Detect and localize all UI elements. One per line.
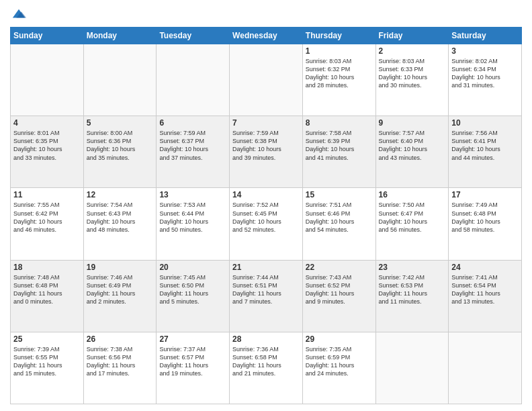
day-info: Sunrise: 7:52 AM Sunset: 6:45 PM Dayligh… xyxy=(232,201,300,234)
day-number: 23 xyxy=(379,263,446,272)
day-info: Sunrise: 7:55 AM Sunset: 6:42 PM Dayligh… xyxy=(13,201,81,234)
day-info: Sunrise: 7:59 AM Sunset: 6:38 PM Dayligh… xyxy=(232,129,300,162)
calendar-cell: 10Sunrise: 7:56 AM Sunset: 6:41 PM Dayli… xyxy=(449,116,522,188)
calendar-cell: 15Sunrise: 7:51 AM Sunset: 6:46 PM Dayli… xyxy=(302,188,375,260)
calendar-cell: 17Sunrise: 7:49 AM Sunset: 6:48 PM Dayli… xyxy=(449,188,522,260)
day-number: 15 xyxy=(306,190,373,199)
calendar-cell: 14Sunrise: 7:52 AM Sunset: 6:45 PM Dayli… xyxy=(230,188,303,260)
calendar-header-tuesday: Tuesday xyxy=(157,28,230,44)
calendar-cell xyxy=(230,44,303,116)
day-number: 28 xyxy=(232,334,300,344)
calendar-cell: 9Sunrise: 7:57 AM Sunset: 6:40 PM Daylig… xyxy=(375,116,449,188)
day-info: Sunrise: 7:37 AM Sunset: 6:57 PM Dayligh… xyxy=(159,345,226,378)
calendar-cell: 11Sunrise: 7:55 AM Sunset: 6:42 PM Dayli… xyxy=(11,188,84,260)
day-number: 3 xyxy=(451,46,519,56)
day-info: Sunrise: 8:03 AM Sunset: 6:33 PM Dayligh… xyxy=(379,57,446,90)
day-info: Sunrise: 7:49 AM Sunset: 6:48 PM Dayligh… xyxy=(451,201,519,234)
day-info: Sunrise: 7:59 AM Sunset: 6:37 PM Dayligh… xyxy=(159,129,226,162)
calendar-header-monday: Monday xyxy=(83,28,157,44)
calendar-cell: 7Sunrise: 7:59 AM Sunset: 6:38 PM Daylig… xyxy=(230,116,303,188)
logo xyxy=(10,9,26,21)
day-info: Sunrise: 7:57 AM Sunset: 6:40 PM Dayligh… xyxy=(379,129,446,162)
day-number: 8 xyxy=(306,118,373,128)
calendar-week-2: 4Sunrise: 8:01 AM Sunset: 6:35 PM Daylig… xyxy=(11,116,522,188)
day-info: Sunrise: 7:36 AM Sunset: 6:58 PM Dayligh… xyxy=(232,345,300,378)
calendar-cell: 19Sunrise: 7:46 AM Sunset: 6:49 PM Dayli… xyxy=(83,260,157,332)
day-info: Sunrise: 7:35 AM Sunset: 6:59 PM Dayligh… xyxy=(306,345,373,378)
calendar-cell xyxy=(375,332,449,404)
calendar-cell xyxy=(449,332,522,404)
calendar-week-3: 11Sunrise: 7:55 AM Sunset: 6:42 PM Dayli… xyxy=(11,188,522,260)
day-info: Sunrise: 7:58 AM Sunset: 6:39 PM Dayligh… xyxy=(306,129,373,162)
calendar-cell: 23Sunrise: 7:42 AM Sunset: 6:53 PM Dayli… xyxy=(375,260,449,332)
day-number: 17 xyxy=(451,190,519,199)
calendar-cell: 12Sunrise: 7:54 AM Sunset: 6:43 PM Dayli… xyxy=(83,188,157,260)
calendar-cell: 8Sunrise: 7:58 AM Sunset: 6:39 PM Daylig… xyxy=(302,116,375,188)
calendar-cell: 2Sunrise: 8:03 AM Sunset: 6:33 PM Daylig… xyxy=(375,44,449,116)
calendar-cell xyxy=(83,44,157,116)
calendar-cell: 21Sunrise: 7:44 AM Sunset: 6:51 PM Dayli… xyxy=(230,260,303,332)
day-info: Sunrise: 7:38 AM Sunset: 6:56 PM Dayligh… xyxy=(87,345,154,378)
day-number: 12 xyxy=(87,190,154,199)
day-number: 4 xyxy=(13,118,81,128)
day-info: Sunrise: 7:50 AM Sunset: 6:47 PM Dayligh… xyxy=(379,201,446,234)
day-number: 29 xyxy=(306,334,373,344)
day-number: 10 xyxy=(451,118,519,128)
day-number: 21 xyxy=(232,263,300,272)
day-info: Sunrise: 7:54 AM Sunset: 6:43 PM Dayligh… xyxy=(87,201,154,234)
calendar-cell: 25Sunrise: 7:39 AM Sunset: 6:55 PM Dayli… xyxy=(11,332,84,404)
day-number: 13 xyxy=(159,190,226,199)
day-info: Sunrise: 7:56 AM Sunset: 6:41 PM Dayligh… xyxy=(451,129,519,162)
calendar-cell: 13Sunrise: 7:53 AM Sunset: 6:44 PM Dayli… xyxy=(157,188,230,260)
day-number: 14 xyxy=(232,190,300,199)
day-number: 6 xyxy=(159,118,226,128)
calendar-week-4: 18Sunrise: 7:48 AM Sunset: 6:48 PM Dayli… xyxy=(11,260,522,332)
day-info: Sunrise: 7:53 AM Sunset: 6:44 PM Dayligh… xyxy=(159,201,226,234)
day-info: Sunrise: 7:44 AM Sunset: 6:51 PM Dayligh… xyxy=(232,273,300,306)
day-number: 1 xyxy=(306,46,373,56)
day-info: Sunrise: 8:03 AM Sunset: 6:32 PM Dayligh… xyxy=(306,57,373,90)
calendar-cell: 6Sunrise: 7:59 AM Sunset: 6:37 PM Daylig… xyxy=(157,116,230,188)
calendar-cell: 29Sunrise: 7:35 AM Sunset: 6:59 PM Dayli… xyxy=(302,332,375,404)
calendar-cell: 18Sunrise: 7:48 AM Sunset: 6:48 PM Dayli… xyxy=(11,260,84,332)
day-info: Sunrise: 8:01 AM Sunset: 6:35 PM Dayligh… xyxy=(13,129,81,162)
day-number: 26 xyxy=(87,334,154,344)
day-number: 9 xyxy=(379,118,446,128)
calendar-cell: 1Sunrise: 8:03 AM Sunset: 6:32 PM Daylig… xyxy=(302,44,375,116)
day-number: 25 xyxy=(13,334,81,344)
day-number: 7 xyxy=(232,118,300,128)
calendar-header-saturday: Saturday xyxy=(449,28,522,44)
calendar-header-friday: Friday xyxy=(375,28,449,44)
header xyxy=(10,7,522,21)
day-number: 18 xyxy=(13,263,81,272)
calendar-table: SundayMondayTuesdayWednesdayThursdayFrid… xyxy=(10,27,522,404)
day-number: 22 xyxy=(306,263,373,272)
calendar-cell: 22Sunrise: 7:43 AM Sunset: 6:52 PM Dayli… xyxy=(302,260,375,332)
calendar-cell: 4Sunrise: 8:01 AM Sunset: 6:35 PM Daylig… xyxy=(11,116,84,188)
calendar-page: SundayMondayTuesdayWednesdayThursdayFrid… xyxy=(0,0,532,411)
calendar-week-1: 1Sunrise: 8:03 AM Sunset: 6:32 PM Daylig… xyxy=(11,44,522,116)
day-info: Sunrise: 8:02 AM Sunset: 6:34 PM Dayligh… xyxy=(451,57,519,90)
calendar-cell xyxy=(157,44,230,116)
calendar-header-thursday: Thursday xyxy=(302,28,375,44)
calendar-header-sunday: Sunday xyxy=(11,28,84,44)
calendar-cell: 20Sunrise: 7:45 AM Sunset: 6:50 PM Dayli… xyxy=(157,260,230,332)
day-number: 11 xyxy=(13,190,81,199)
day-info: Sunrise: 7:41 AM Sunset: 6:54 PM Dayligh… xyxy=(451,273,519,306)
day-info: Sunrise: 7:42 AM Sunset: 6:53 PM Dayligh… xyxy=(379,273,446,306)
day-info: Sunrise: 7:39 AM Sunset: 6:55 PM Dayligh… xyxy=(13,345,81,378)
day-info: Sunrise: 7:45 AM Sunset: 6:50 PM Dayligh… xyxy=(159,273,226,306)
calendar-cell: 16Sunrise: 7:50 AM Sunset: 6:47 PM Dayli… xyxy=(375,188,449,260)
calendar-cell: 24Sunrise: 7:41 AM Sunset: 6:54 PM Dayli… xyxy=(449,260,522,332)
logo-icon xyxy=(11,7,26,21)
day-number: 27 xyxy=(159,334,226,344)
day-number: 24 xyxy=(451,263,519,272)
calendar-cell: 5Sunrise: 8:00 AM Sunset: 6:36 PM Daylig… xyxy=(83,116,157,188)
calendar-cell: 3Sunrise: 8:02 AM Sunset: 6:34 PM Daylig… xyxy=(449,44,522,116)
day-number: 19 xyxy=(87,263,154,272)
day-info: Sunrise: 7:48 AM Sunset: 6:48 PM Dayligh… xyxy=(13,273,81,306)
day-number: 16 xyxy=(379,190,446,199)
calendar-week-5: 25Sunrise: 7:39 AM Sunset: 6:55 PM Dayli… xyxy=(11,332,522,404)
calendar-cell xyxy=(11,44,84,116)
day-number: 2 xyxy=(379,46,446,56)
